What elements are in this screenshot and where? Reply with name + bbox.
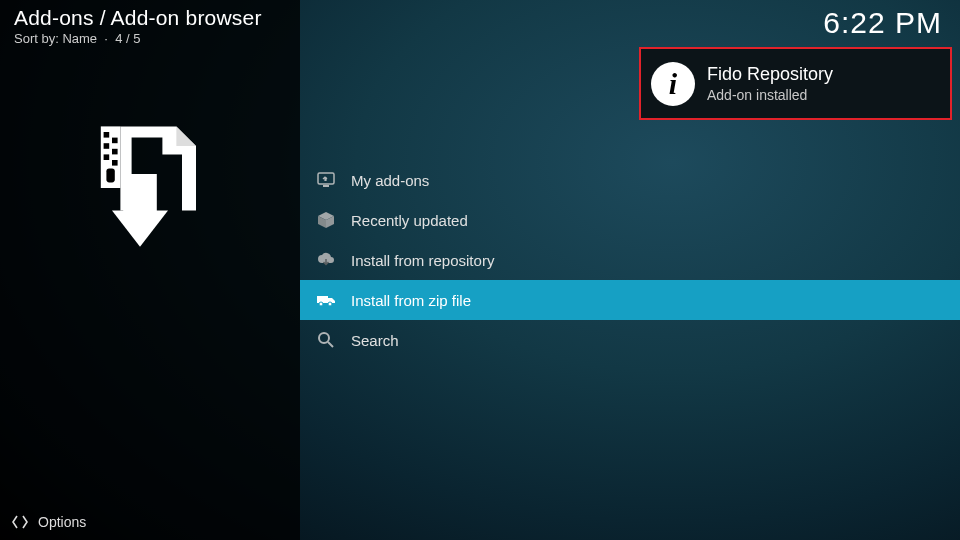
svg-rect-8 bbox=[123, 174, 157, 213]
box-icon bbox=[315, 209, 337, 231]
menu-item-label: Install from repository bbox=[351, 252, 494, 269]
menu-list: My add-ons Recently updated Install from… bbox=[300, 160, 960, 360]
svg-rect-3 bbox=[104, 143, 110, 149]
svg-rect-2 bbox=[112, 138, 118, 144]
svg-rect-15 bbox=[317, 296, 328, 303]
menu-item-recently-updated[interactable]: Recently updated bbox=[300, 200, 960, 240]
list-position: 4 / 5 bbox=[115, 31, 140, 46]
svg-point-18 bbox=[319, 333, 329, 343]
notification-subtitle: Add-on installed bbox=[707, 87, 833, 103]
svg-rect-1 bbox=[104, 132, 110, 138]
menu-item-label: Search bbox=[351, 332, 399, 349]
sidebar: Add-ons / Add-on browser Sort by: Name ·… bbox=[0, 0, 300, 540]
monitor-icon bbox=[315, 169, 337, 191]
menu-item-search[interactable]: Search bbox=[300, 320, 960, 360]
svg-rect-11 bbox=[323, 185, 329, 187]
svg-line-19 bbox=[328, 342, 333, 347]
zip-download-icon bbox=[70, 118, 210, 258]
sort-info: Sort by: Name · 4 / 5 bbox=[14, 31, 262, 46]
svg-point-17 bbox=[328, 302, 332, 306]
clock: 6:22 PM bbox=[823, 6, 942, 40]
svg-rect-7 bbox=[106, 168, 114, 182]
menu-item-label: My add-ons bbox=[351, 172, 429, 189]
breadcrumb-header: Add-ons / Add-on browser Sort by: Name ·… bbox=[14, 6, 262, 46]
svg-rect-6 bbox=[112, 160, 118, 166]
search-icon bbox=[315, 329, 337, 351]
svg-rect-4 bbox=[112, 149, 118, 155]
menu-item-install-from-repository[interactable]: Install from repository bbox=[300, 240, 960, 280]
notification-title: Fido Repository bbox=[707, 64, 833, 85]
svg-rect-5 bbox=[104, 154, 110, 160]
menu-item-install-from-zip[interactable]: Install from zip file bbox=[300, 280, 960, 320]
cloud-download-icon bbox=[315, 249, 337, 271]
svg-marker-9 bbox=[112, 210, 168, 246]
notification-text: Fido Repository Add-on installed bbox=[707, 64, 833, 103]
sort-label: Sort by: Name bbox=[14, 31, 97, 46]
options-button[interactable]: Options bbox=[0, 504, 300, 540]
options-icon bbox=[12, 514, 28, 530]
info-icon: i bbox=[651, 62, 695, 106]
options-label: Options bbox=[38, 514, 86, 530]
menu-item-label: Install from zip file bbox=[351, 292, 471, 309]
truck-icon bbox=[315, 289, 337, 311]
menu-item-label: Recently updated bbox=[351, 212, 468, 229]
notification-toast: i Fido Repository Add-on installed bbox=[639, 47, 952, 120]
svg-point-16 bbox=[319, 302, 323, 306]
menu-item-my-addons[interactable]: My add-ons bbox=[300, 160, 960, 200]
page-title: Add-ons / Add-on browser bbox=[14, 6, 262, 30]
